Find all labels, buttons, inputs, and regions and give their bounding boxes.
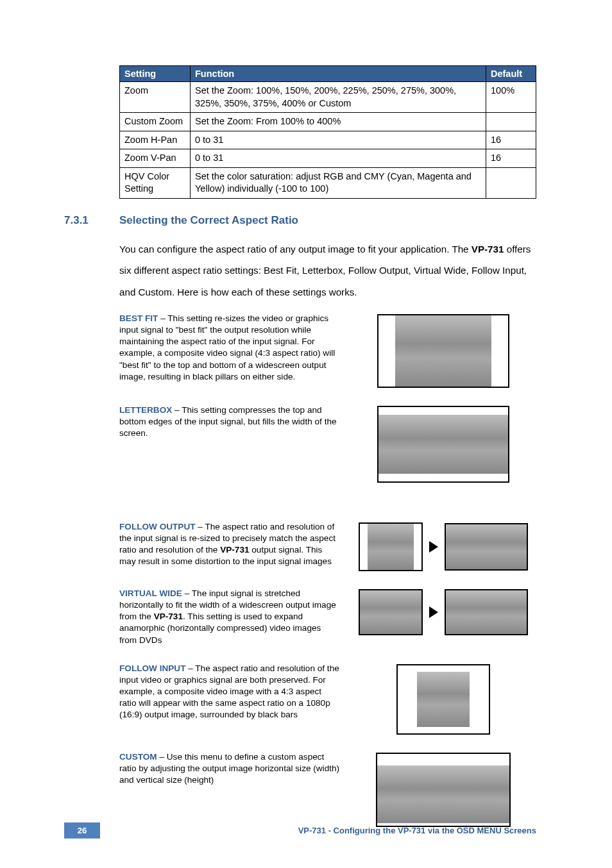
table-row: Zoom Set the Zoom: 100%, 150%, 200%, 225… [120, 82, 536, 113]
item-text: – This setting re-sizes the video or gra… [119, 313, 335, 381]
item-label: LETTERBOX [119, 405, 172, 415]
cell-function: Set the color saturation: adjust RGB and… [191, 167, 486, 198]
aspect-item-follow-input: FOLLOW INPUT – The aspect ratio and reso… [119, 663, 536, 735]
intro-text: You can configure the aspect ratio of an… [119, 244, 472, 255]
section-title: Selecting the Correct Aspect Ratio [119, 214, 298, 227]
product-name: VP-731 [154, 612, 183, 621]
follow-input-image [396, 664, 490, 735]
table-row: Custom Zoom Set the Zoom: From 100% to 4… [120, 113, 536, 131]
th-setting: Setting [120, 66, 191, 82]
cell-setting: Zoom V-Pan [120, 149, 191, 168]
custom-image [376, 753, 511, 827]
follow-output-dst-image [445, 523, 528, 571]
arrow-right-icon [429, 541, 438, 553]
aspect-item-best-fit: BEST FIT – This setting re-sizes the vid… [119, 313, 536, 388]
virtual-wide-src-image [359, 589, 423, 635]
cell-setting: Custom Zoom [120, 113, 191, 131]
virtual-wide-dst-image [445, 589, 528, 635]
follow-output-src-image [359, 522, 423, 571]
th-default: Default [486, 66, 536, 82]
cell-function: 0 to 31 [191, 131, 486, 149]
section-heading: 7.3.1 Selecting the Correct Aspect Ratio [64, 214, 536, 227]
letterbox-image [377, 406, 509, 483]
page-footer: 26 VP-731 - Configuring the VP-731 via t… [64, 822, 536, 839]
aspect-item-custom: CUSTOM – Use this menu to define a custo… [119, 751, 536, 827]
arrow-right-icon [429, 606, 438, 618]
item-label: VIRTUAL WIDE [119, 588, 182, 598]
cell-function: Set the Zoom: From 100% to 400% [191, 113, 486, 131]
cell-default: 100% [486, 82, 536, 113]
cell-default [486, 167, 536, 198]
cell-function: 0 to 31 [191, 149, 486, 168]
section-number: 7.3.1 [64, 214, 119, 227]
intro-paragraph: You can configure the aspect ratio of an… [119, 238, 536, 303]
table-row: Zoom H-Pan 0 to 31 16 [120, 131, 536, 149]
item-label: CUSTOM [119, 752, 157, 762]
cell-setting: Zoom [120, 82, 191, 113]
aspect-item-letterbox: LETTERBOX – This setting compresses the … [119, 405, 536, 483]
item-label: FOLLOW OUTPUT [119, 522, 196, 531]
item-label: FOLLOW INPUT [119, 664, 185, 673]
product-name: VP-731 [220, 545, 249, 555]
best-fit-image [377, 314, 509, 388]
table-row: Zoom V-Pan 0 to 31 16 [120, 149, 536, 168]
cell-setting: Zoom H-Pan [120, 131, 191, 149]
cell-default: 16 [486, 131, 536, 149]
cell-default [486, 113, 536, 131]
item-label: BEST FIT [119, 313, 158, 323]
cell-setting: HQV Color Setting [120, 167, 191, 198]
product-name: VP-731 [472, 244, 504, 255]
aspect-item-virtual-wide: VIRTUAL WIDE – The input signal is stret… [119, 588, 536, 646]
cell-function: Set the Zoom: 100%, 150%, 200%, 225%, 25… [191, 82, 486, 113]
aspect-item-follow-output: FOLLOW OUTPUT – The aspect ratio and res… [119, 521, 536, 571]
footer-text: VP-731 - Configuring the VP-731 via the … [100, 826, 536, 835]
settings-table: Setting Function Default Zoom Set the Zo… [119, 65, 536, 199]
th-function: Function [191, 66, 486, 82]
page-number: 26 [64, 822, 100, 839]
table-row: HQV Color Setting Set the color saturati… [120, 167, 536, 198]
cell-default: 16 [486, 149, 536, 168]
